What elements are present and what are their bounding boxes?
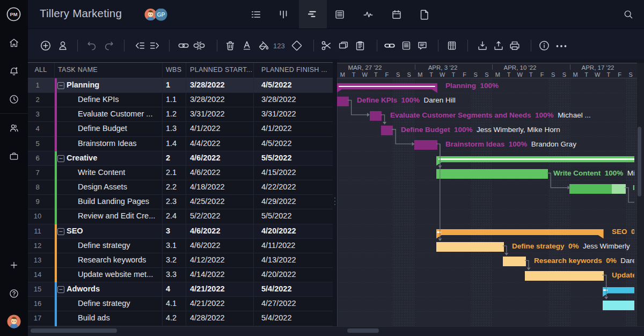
svg-text:PM: PM — [10, 11, 17, 17]
svg-text:GP: GP — [157, 11, 165, 18]
